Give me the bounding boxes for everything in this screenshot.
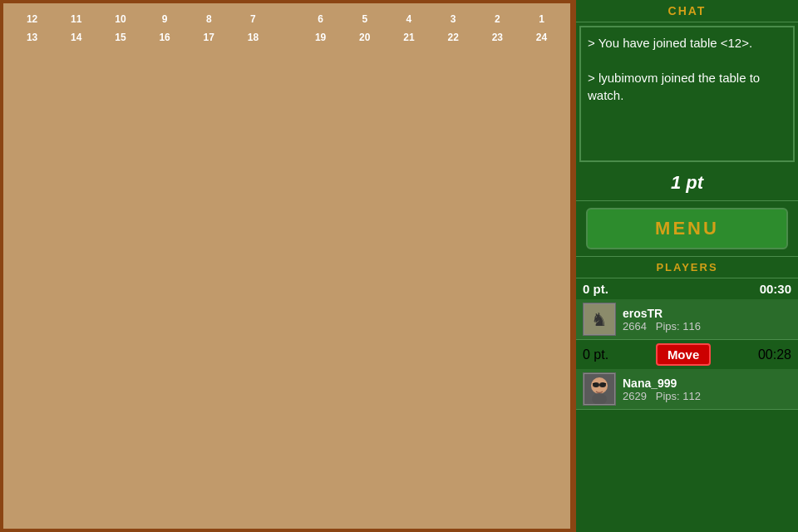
player2-points: 0 pt. (583, 347, 608, 362)
player1-name: erosTR (623, 307, 791, 320)
svg-point-108 (599, 382, 606, 387)
bottom-numbers: 13 14 15 16 17 18 19 20 21 22 23 24 (10, 28, 564, 47)
player2-row: 0 pt. Move 00:28 (576, 340, 798, 410)
player1-row: 0 pt. 00:30 ♞ erosTR 2664 (576, 278, 798, 340)
players-section: PLAYERS 0 pt. 00:30 ♞ ero (576, 257, 798, 532)
player1-top: 0 pt. 00:30 (576, 278, 798, 299)
players-header: PLAYERS (576, 257, 798, 278)
board-area: 12 11 10 9 8 7 6 5 4 3 2 1 (0, 0, 574, 532)
player2-timer: 00:28 (758, 347, 791, 362)
chat-header: CHAT (576, 0, 798, 22)
top-numbers: 12 11 10 9 8 7 6 5 4 3 2 1 (10, 10, 564, 28)
sidebar: CHAT > You have joined table <12>. > lyu… (574, 0, 798, 532)
player1-info: erosTR 2664 Pips: 116 (623, 307, 791, 332)
svg-rect-109 (593, 383, 595, 384)
chat-section: CHAT > You have joined table <12>. > lyu… (576, 0, 798, 165)
player2-info: Nana_999 2629 Pips: 112 (623, 377, 791, 402)
menu-button[interactable]: MENU (586, 208, 788, 249)
player1-avatar: ♞ (583, 303, 616, 336)
move-button[interactable]: Move (656, 343, 711, 366)
player1-bottom: ♞ erosTR 2664 Pips: 116 (576, 299, 798, 339)
player1-stats: 2664 Pips: 116 (623, 320, 791, 332)
player2-name: Nana_999 (623, 377, 791, 390)
svg-point-107 (593, 382, 599, 387)
player2-avatar (583, 372, 616, 406)
chat-message-2: > lyubimovm joined the table to watch. (588, 69, 786, 104)
chat-message-1: > You have joined table <12>. (588, 34, 786, 52)
player1-timer: 00:30 (760, 282, 791, 296)
player2-top: 0 pt. Move 00:28 (576, 340, 798, 369)
chat-messages: > You have joined table <12>. > lyubimov… (581, 27, 793, 160)
player1-points: 0 pt. (583, 282, 608, 296)
svg-text:♞: ♞ (591, 309, 608, 330)
player2-stats: 2629 Pips: 112 (623, 390, 791, 402)
menu-section: MENU (576, 201, 798, 257)
player2-bottom: Nana_999 2629 Pips: 112 (576, 369, 798, 409)
svg-rect-110 (603, 383, 606, 384)
points-label: 1 pt (576, 165, 798, 201)
